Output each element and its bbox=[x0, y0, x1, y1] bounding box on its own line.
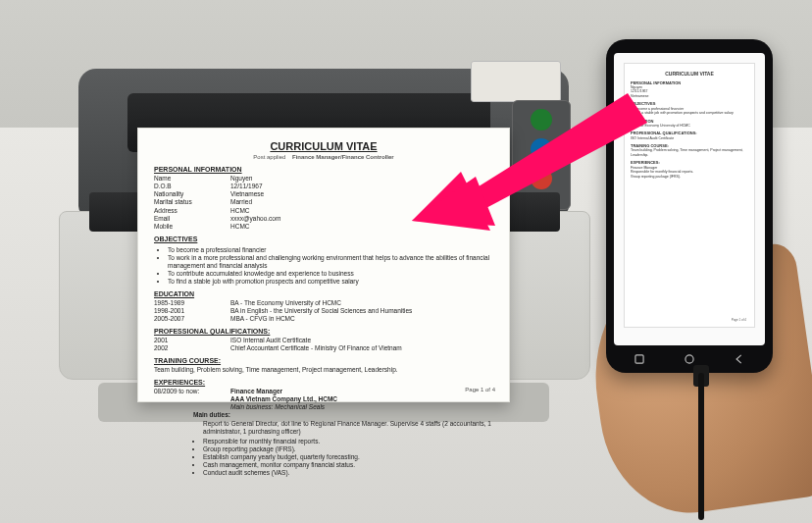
training-text: Team building, Problem solving, Time man… bbox=[154, 366, 493, 374]
smartphone: CURRICULUM VITAE PERSONAL INFORMATION Ng… bbox=[606, 39, 773, 373]
cancel-button[interactable] bbox=[531, 168, 552, 189]
svg-rect-0 bbox=[635, 355, 643, 363]
phone-document-preview: CURRICULUM VITAE PERSONAL INFORMATION Ng… bbox=[624, 63, 755, 328]
sec-experiences: EXPERIENCES: bbox=[154, 379, 493, 388]
power-button[interactable] bbox=[531, 138, 552, 160]
sec-training: TRAINING COURSE: bbox=[154, 357, 493, 366]
phone-nav-bar bbox=[614, 351, 765, 367]
doc-title: CURRICULUM VITAE bbox=[154, 140, 493, 154]
phone-screen[interactable]: CURRICULUM VITAE PERSONAL INFORMATION Ng… bbox=[614, 53, 765, 345]
objectives-list: To become a professional financier To wo… bbox=[168, 246, 493, 287]
doc-post-applied: Post applied Finance Manager/Finance Con… bbox=[154, 154, 493, 162]
sec-personal: PERSONAL INFORMATION bbox=[154, 166, 493, 175]
sec-objectives: OBJECTIVES bbox=[154, 235, 493, 244]
go-button[interactable] bbox=[531, 109, 552, 131]
scene-root: LBP2900 CURRICULUM VITAE Post applied Fi… bbox=[0, 0, 812, 523]
duties-list: Responsible for monthly financial report… bbox=[203, 438, 493, 478]
svg-point-1 bbox=[685, 355, 693, 363]
recent-apps-icon[interactable] bbox=[633, 352, 646, 366]
doc-page-indicator: Page 1 of 4 bbox=[465, 387, 495, 394]
printer-logo-plate bbox=[471, 61, 561, 102]
printed-document: CURRICULUM VITAE Post applied Finance Ma… bbox=[137, 128, 510, 402]
home-icon[interactable] bbox=[683, 352, 696, 366]
usb-cable bbox=[698, 373, 704, 520]
back-icon[interactable] bbox=[733, 352, 746, 366]
sec-prof-q: PROFESSIONAL QUALIFICATIONS: bbox=[154, 328, 493, 337]
sec-education: EDUCATION bbox=[154, 290, 493, 299]
